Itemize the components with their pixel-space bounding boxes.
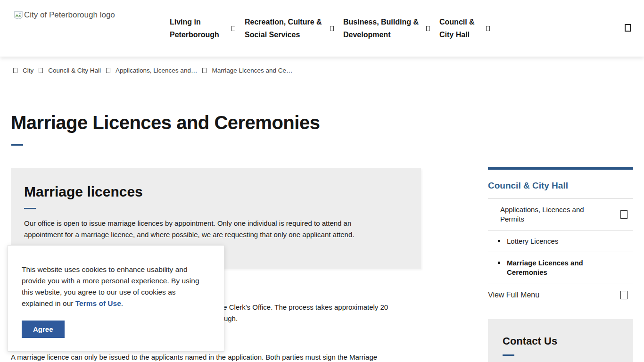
sidebar-item-label: Lottery Licences [507, 237, 594, 246]
contact-us-heading: Contact Us [503, 335, 633, 347]
main-nav: Living in Peterborough Recreation, Cultu… [170, 16, 499, 41]
site-logo-alt-text: City of Peterborough logo [24, 10, 115, 20]
sidebar-item-label: Applications, Licences and Permits [500, 205, 592, 224]
nav-item-label: Business, Building & Development [343, 16, 421, 41]
chevron-down-icon [426, 26, 430, 31]
broken-image-icon [14, 11, 23, 20]
sidebar-section-title[interactable]: Council & City Hall [488, 181, 633, 191]
nav-item-recreation-culture-social-services[interactable]: Recreation, Culture & Social Services [245, 16, 334, 41]
intro-paragraph: Our office is open to issue marriage lic… [24, 218, 382, 240]
search-button[interactable] [625, 24, 631, 33]
agree-button[interactable]: Agree [22, 321, 65, 338]
chevron-down-icon [486, 26, 490, 31]
menu-expand-icon [620, 291, 627, 299]
page-title: Marriage Licences and Ceremonies [11, 112, 320, 133]
breadcrumb-item-current-page: Marriage Licences and Ce… [212, 67, 292, 74]
site-header: City of Peterborough logo Living in Pete… [0, 0, 644, 57]
nav-item-label: Council & City Hall [439, 16, 481, 41]
title-accent-divider [11, 144, 23, 146]
nav-item-label: Living in Peterborough [170, 16, 226, 41]
search-icon [625, 24, 631, 32]
intro-accent-divider [24, 208, 36, 209]
sidebar-item-label: Marriage Licences and Ceremonies [507, 258, 594, 277]
breadcrumb-separator-icon [202, 68, 206, 73]
sidebar-item-lottery-licences[interactable]: Lottery Licences [488, 230, 633, 252]
nav-item-council-city-hall[interactable]: Council & City Hall [439, 16, 490, 41]
breadcrumb-item-council-city-hall[interactable]: Council & City Hall [48, 67, 101, 74]
section-sidebar: Council & City Hall Applications, Licenc… [488, 167, 633, 362]
terms-of-use-link[interactable]: Terms of Use [75, 299, 121, 307]
breadcrumb-item-city[interactable]: City [23, 67, 33, 74]
expand-icon[interactable] [620, 210, 627, 219]
cookie-message: This website uses cookies to enhance usa… [22, 264, 206, 309]
breadcrumb-separator-icon [106, 68, 110, 73]
sidebar-menu: Applications, Licences and Permits Lotte… [488, 198, 633, 307]
breadcrumb-separator-icon [39, 68, 43, 73]
breadcrumb: City Council & City Hall Applications, L… [13, 67, 298, 74]
content-paragraph-applicants: A marriage licence can only be issued to… [11, 352, 409, 362]
sidebar-item-applications-licences-permits[interactable]: Applications, Licences and Permits [488, 199, 633, 230]
bullet-icon [498, 262, 500, 264]
page-canvas: City of Peterborough logo Living in Pete… [0, 0, 644, 362]
bullet-icon [498, 240, 500, 242]
home-icon[interactable] [13, 68, 17, 73]
intro-heading: Marriage licences [24, 184, 408, 200]
nav-item-label: Recreation, Culture & Social Services [245, 16, 325, 41]
cookie-message-period: . [121, 299, 123, 307]
sidebar-accent-bar [488, 167, 633, 170]
contact-us-box: Contact Us [488, 319, 633, 362]
chevron-down-icon [231, 26, 235, 31]
view-full-menu-button[interactable]: View Full Menu [488, 283, 633, 307]
nav-item-living-in-peterborough[interactable]: Living in Peterborough [170, 16, 235, 41]
nav-item-business-building-development[interactable]: Business, Building & Development [343, 16, 430, 41]
contact-accent-divider [503, 354, 514, 356]
view-full-menu-label: View Full Menu [488, 290, 539, 300]
sidebar-item-marriage-licences-current[interactable]: Marriage Licences and Ceremonies [488, 252, 633, 283]
chevron-down-icon [330, 26, 334, 31]
breadcrumb-item-applications-licences[interactable]: Applications, Licences and… [116, 67, 197, 74]
cookie-consent-dialog: This website uses cookies to enhance usa… [8, 245, 224, 352]
site-logo-link[interactable]: City of Peterborough logo [14, 10, 115, 20]
